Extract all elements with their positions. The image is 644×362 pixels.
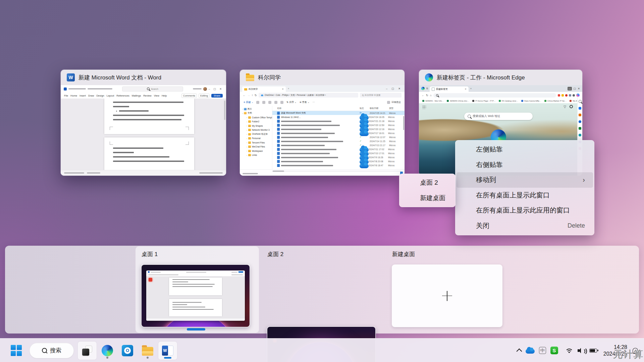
- home-icon: ⌂: [430, 94, 432, 97]
- word-avatar: [203, 87, 207, 91]
- explorer-file-row[interactable]: 新建 Microsoft Word 文档⟳2024/7/25 14:21Micr…: [272, 111, 405, 115]
- onedrive-icon[interactable]: [526, 349, 535, 354]
- word-doc-icon: [277, 112, 280, 115]
- word-doc-icon: [277, 120, 280, 123]
- explorer-status-bar: [240, 169, 405, 176]
- desktop-1-thumbnail[interactable]: [142, 265, 250, 327]
- folder-app-icon: [246, 75, 254, 81]
- explorer-sidebar-item: ›图片: [240, 107, 272, 111]
- windows-logo-icon: [11, 345, 22, 356]
- word-page-1: [104, 99, 194, 134]
- explorer-file-row[interactable]: ✓2024/7/16 12:07Micros: [272, 135, 405, 139]
- ime-language-icon[interactable]: 中: [539, 347, 546, 354]
- explorer-file-row[interactable]: ☁2024/7/20 12:16Micros: [272, 127, 405, 131]
- ribbon-tab: References: [116, 94, 129, 97]
- explorer-sidebar-item: ›Links: [240, 153, 272, 158]
- explorer-file-row[interactable]: ☁2024/7/8 20:08Micros: [272, 159, 405, 163]
- ribbon-tab: Review: [143, 94, 152, 97]
- view-button: ≣ 查看 ⌄: [300, 101, 310, 104]
- taskbar-word-button[interactable]: W: [158, 342, 177, 360]
- more-button: ⋯: [313, 101, 315, 104]
- explorer-file-list: 新建 Microsoft Word 文档⟳2024/7/25 14:21Micr…: [272, 111, 405, 167]
- close-shortcut-label: Delete: [568, 222, 585, 229]
- favicon: [447, 100, 449, 102]
- red-app-badge: [149, 278, 152, 282]
- taskbar-search-button[interactable]: 搜索: [30, 343, 74, 358]
- edge-mini-icon: [421, 87, 425, 90]
- desktop-2-label: 桌面 2: [267, 250, 283, 258]
- check-status-icon: ✓: [360, 136, 370, 138]
- window-explorer[interactable]: 科尔同学 科尔同学 ✕ + – ▢ ✕ ← → ↑ ↻ OneDrive › C: [240, 70, 405, 176]
- menu-item-move-to[interactable]: 移动到›: [457, 172, 593, 188]
- volume-icon[interactable]: [578, 348, 585, 353]
- window-edge-title: 新建标签页 - 工作 - Microsoft Edge: [437, 74, 525, 81]
- menu-item-snap-right[interactable]: 右侧贴靠: [457, 157, 593, 173]
- explorer-file-row[interactable]: ☁2024/7/17 16:01Micros: [272, 131, 405, 135]
- explorer-file-row[interactable]: ☁2024/7/21 21:18Micros: [272, 119, 405, 123]
- wifi-icon[interactable]: [565, 348, 573, 353]
- explorer-file-row[interactable]: ☁2024/7/10 17:01Micros: [272, 151, 405, 155]
- explorer-file-row[interactable]: Windows 11 24H2…☁2024/7/24 16:05Micros: [272, 115, 405, 119]
- favorite-item: IT Home Page - IT P…: [472, 100, 496, 102]
- window-word-title: 新建 Microsoft Word 文档 - Word: [78, 74, 161, 81]
- onedrive-icon: [261, 95, 263, 96]
- taskbar-explorer-button[interactable]: [138, 342, 157, 360]
- battery-icon[interactable]: [589, 349, 597, 353]
- favicon: [499, 100, 501, 102]
- word-doc-icon: [277, 128, 280, 131]
- window-explorer-thumbnail[interactable]: 科尔同学 ✕ + – ▢ ✕ ← → ↑ ↻ OneDrive › Cole -…: [240, 85, 405, 176]
- desktops-bar: 桌面 1 桌面 2: [5, 246, 639, 334]
- start-button[interactable]: [7, 342, 25, 360]
- back-icon: ←: [243, 94, 246, 97]
- word-scrollbar: [224, 101, 225, 120]
- edge-active-tab: 新建标签页 ✕: [430, 86, 469, 92]
- taskbar-outlook-button[interactable]: O: [118, 342, 137, 360]
- menu-item-close[interactable]: 关闭Delete: [457, 218, 593, 234]
- task-view-screen: W 新建 Microsoft Word 文档 - Word Search – ▢…: [0, 0, 644, 362]
- word-doc-icon: [277, 164, 280, 167]
- edge-icon: [102, 345, 113, 356]
- explorer-sidebar-item: ›Network Monitor 3: [240, 128, 272, 132]
- explorer-file-row[interactable]: ☁2024/7/9 16:26Micros: [272, 155, 405, 159]
- taskbar-edge-button[interactable]: [98, 342, 117, 360]
- plus-icon: [442, 291, 452, 301]
- window-word-thumbnail[interactable]: Search – ▢ ✕ FileHomeInsertDrawDesignLay…: [61, 85, 226, 176]
- explorer-window-controls: – ▢ ✕: [386, 87, 402, 90]
- menu-item-show-app-windows-on-all-desktops[interactable]: 在所有桌面上显示此应用的窗口: [457, 203, 593, 218]
- task-view-button[interactable]: [78, 342, 97, 360]
- explorer-file-row[interactable]: ☁2024/7/11 17:02Micros: [272, 147, 405, 151]
- word-account-label: [193, 88, 202, 89]
- copy-icon: [262, 101, 265, 104]
- edge-favorites-bar: SDWAN - Site Info…SDWAN China.xlsx…IT Ho…: [419, 99, 582, 104]
- task-view-icon: [82, 346, 92, 356]
- menu-item-snap-left[interactable]: 左侧贴靠: [457, 142, 593, 157]
- word-doc-icon: [277, 140, 280, 143]
- new-desktop-button[interactable]: [392, 265, 502, 327]
- ntp-search-box: 搜索或输入 Web 地址: [464, 113, 533, 120]
- settings-gear-icon: [570, 105, 573, 108]
- explorer-file-row[interactable]: ☁2024/7/20 12:50Micros: [272, 123, 405, 127]
- ribbon-tab: Help: [162, 94, 167, 97]
- layout-grid-icon: [422, 105, 426, 109]
- sidebar-icon: [579, 107, 581, 110]
- details-pane-button: 详细信息: [387, 101, 401, 104]
- tray-chevron-up-icon[interactable]: [516, 349, 522, 354]
- sogou-input-icon[interactable]: S: [550, 347, 558, 354]
- submenu-item-new-desktop[interactable]: 新建桌面: [400, 190, 454, 206]
- close-icon: ✕: [578, 87, 580, 90]
- file-explorer-icon: [142, 347, 153, 356]
- explorer-file-row[interactable]: ✓2024/7/13 21:17Micros: [272, 143, 405, 147]
- paste-icon: [268, 101, 271, 104]
- explorer-file-row[interactable]: ✓2024/7/14 11:25Micros: [272, 139, 405, 143]
- cut-icon: [256, 101, 259, 104]
- sidebar-icon: [579, 120, 581, 123]
- menu-item-show-on-all-desktops[interactable]: 在所有桌面上显示此窗口: [457, 188, 593, 203]
- up-icon: ↑: [252, 94, 253, 97]
- extension-icon: [573, 94, 575, 97]
- watermark: 元计算: [613, 348, 643, 361]
- submenu-item-desktop-2[interactable]: 桌面 2: [400, 175, 454, 190]
- explorer-file-row[interactable]: ☁2024/7/6 18:47Micros: [272, 163, 405, 167]
- window-word[interactable]: W 新建 Microsoft Word 文档 - Word Search – ▢…: [61, 70, 226, 176]
- taskbar: 搜索 O W 中 S 14:28 2024/7/25: [0, 338, 644, 362]
- ribbon-tab: File: [64, 94, 68, 97]
